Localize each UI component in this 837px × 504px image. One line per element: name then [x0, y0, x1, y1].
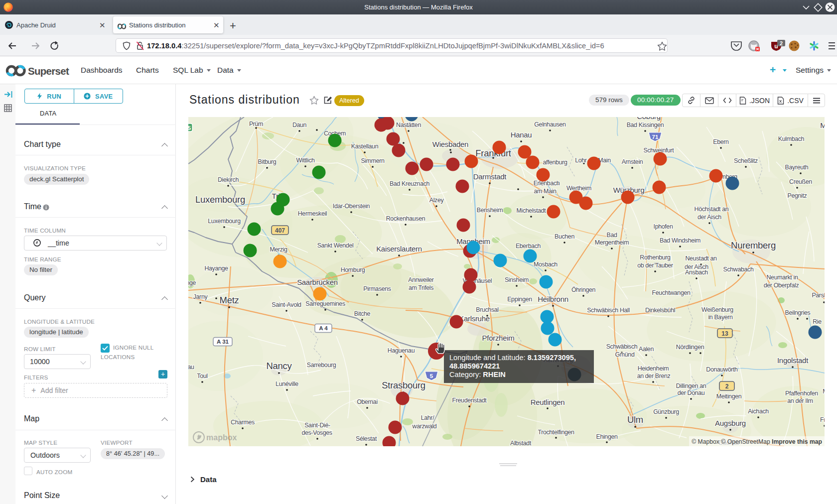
svg-text:Bad Kreuznach: Bad Kreuznach [390, 180, 430, 187]
svg-text:Nördlingen: Nördlingen [676, 344, 704, 351]
svg-text:am Trifels: am Trifels [409, 284, 433, 291]
svg-text:Kastellaun: Kastellaun [351, 143, 379, 150]
svg-text:Schwäbisch Hall: Schwäbisch Hall [587, 307, 630, 314]
svg-text:Aichach: Aichach [748, 408, 769, 415]
svg-text:Darmstadt: Darmstadt [473, 172, 507, 181]
svg-text:5: 5 [430, 373, 433, 379]
svg-text:Ingolstadt: Ingolstadt [777, 356, 809, 365]
svg-text:Metz: Metz [220, 295, 239, 305]
svg-text:Luxembourg: Luxembourg [195, 194, 245, 205]
svg-text:Bad Kissingen: Bad Kissingen [627, 122, 664, 128]
svg-text:A 31: A 31 [217, 339, 229, 345]
svg-text:Sarreguemines: Sarreguemines [305, 300, 345, 307]
svg-text:Arnstein: Arnstein [622, 158, 643, 165]
svg-text:Pirmasens: Pirmasens [363, 285, 391, 292]
svg-text:Trochtelfingen: Trochtelfingen [538, 429, 574, 436]
svg-text:Günzburg: Günzburg [653, 408, 679, 415]
svg-text:Rockenhausen: Rockenhausen [386, 215, 425, 222]
svg-text:Eppingen: Eppingen [507, 296, 532, 303]
svg-text:Bensheim: Bensheim [477, 207, 503, 214]
svg-text:der Aisch: der Aisch [698, 214, 721, 221]
svg-text:Schwäbisch: Schwäbisch [606, 343, 638, 350]
svg-text:A 4: A 4 [319, 325, 328, 331]
svg-text:Prüm: Prüm [249, 121, 263, 127]
svg-text:Bad: Bad [607, 232, 617, 239]
svg-text:Sinsheim: Sinsheim [505, 276, 529, 283]
svg-text:Erlenbach: Erlenbach [534, 180, 560, 187]
svg-text:Eberbach: Eberbach [516, 243, 541, 250]
svg-text:Schwabach: Schwabach [723, 266, 754, 273]
svg-text:Neustadt an: Neustadt an [686, 255, 717, 262]
svg-text:Freis: Freis [820, 416, 825, 423]
svg-text:Pfaffenhofen: Pfaffenhofen [785, 390, 818, 397]
svg-text:Mosbach: Mosbach [534, 261, 558, 268]
svg-text:Ebern: Ebern [713, 138, 729, 145]
svg-text:Nancy: Nancy [267, 361, 292, 371]
svg-text:Bitche: Bitche [354, 310, 371, 317]
svg-text:mapbox: mapbox [206, 433, 237, 442]
svg-text:Nastätten: Nastätten [396, 122, 421, 128]
svg-text:Wittlich: Wittlich [296, 157, 315, 164]
svg-text:Dillingen an: Dillingen an [676, 382, 706, 389]
svg-text:der Oberpfalz: der Oberpfalz [764, 282, 799, 289]
svg-text:Scheßlitz: Scheßlitz [734, 157, 758, 164]
svg-text:Heilbronn: Heilbronn [538, 295, 568, 303]
svg-text:an der Ilm: an der Ilm [787, 397, 813, 404]
svg-text:71: 71 [652, 134, 659, 140]
svg-text:Mergentheim: Mergentheim [595, 239, 629, 246]
svg-text:Freudenstadt: Freudenstadt [452, 397, 487, 404]
svg-text:au: au [188, 364, 194, 371]
svg-text:Diekirch: Diekirch [218, 176, 239, 183]
svg-text:Creußen: Creußen [789, 178, 812, 185]
svg-text:Bitburg: Bitburg [258, 158, 277, 165]
svg-text:der Donau: der Donau [678, 389, 705, 396]
svg-text:Hanau: Hanau [511, 130, 532, 139]
svg-text:Rie: Rie [813, 318, 822, 325]
svg-text:Iphofen: Iphofen [654, 223, 673, 230]
svg-text:Gmünd: Gmünd [615, 351, 635, 358]
svg-text:Alzey: Alzey [429, 197, 444, 204]
svg-text:Michelstadt: Michelstadt [517, 207, 547, 214]
svg-text:Heidenheim: Heidenheim [638, 365, 669, 372]
svg-text:Charmes: Charmes [231, 419, 255, 426]
svg-text:Idar-Oberstein: Idar-Oberstein [333, 203, 370, 210]
svg-text:Obernai: Obernai [357, 398, 378, 405]
svg-text:Hayange: Hayange [204, 265, 228, 272]
svg-text:Ehingen: Ehingen [596, 433, 617, 440]
svg-text:Gelnhausen: Gelnhausen [534, 121, 566, 128]
svg-text:Aalen: Aalen [639, 346, 654, 353]
svg-text:Luxembourg: Luxembourg [208, 218, 241, 225]
svg-text:Rothenburg: Rothenburg [640, 254, 671, 261]
svg-text:Karlsruhe: Karlsruhe [459, 314, 490, 323]
svg-text:Simmern: Simmern [361, 157, 385, 164]
svg-text:Donauwörth: Donauwörth [706, 366, 738, 373]
svg-text:Main: Main [823, 388, 825, 395]
svg-text:Annweiler: Annweiler [408, 276, 433, 283]
svg-text:Saint-Dié-: Saint-Dié- [304, 422, 330, 429]
svg-text:Öhringen: Öhringen [571, 286, 596, 293]
svg-text:Dinkelsbühl: Dinkelsbühl [645, 307, 675, 314]
svg-text:Kulmbach: Kulmbach [778, 135, 805, 142]
svg-text:13: 13 [721, 330, 728, 337]
svg-text:des-Vosges: des-Vosges [301, 429, 332, 436]
svg-text:Kaiserslautern: Kaiserslautern [376, 245, 422, 253]
svg-text:Daun: Daun [292, 122, 307, 128]
svg-text:2: 2 [780, 40, 783, 46]
svg-text:Lahr/: Lahr/ [421, 414, 434, 421]
svg-text:Sarrebourg: Sarrebourg [307, 362, 336, 369]
svg-text:Reutlingen: Reutlingen [531, 398, 565, 406]
svg-text:in Bayern: in Bayern [708, 314, 733, 321]
svg-text:Nuremberg: Nuremberg [731, 240, 776, 251]
svg-text:Albstadt: Albstadt [510, 440, 532, 446]
svg-text:affenburg: affenburg [543, 159, 567, 166]
svg-text:Saarbrücken: Saarbrücken [297, 278, 338, 286]
svg-text:Haguenau: Haguenau [388, 347, 415, 354]
svg-text:Feuchtwangen: Feuchtwangen [652, 289, 691, 296]
svg-text:Bad Windsheim: Bad Windsheim [660, 237, 700, 244]
svg-text:Bruchsal: Bruchsal [476, 306, 498, 313]
svg-text:Buchen: Buchen [555, 233, 574, 240]
svg-text:ange: ange [188, 279, 196, 286]
svg-text:Jarny: Jarny [193, 293, 208, 300]
svg-text:Augsburg: Augsburg [715, 419, 746, 427]
svg-text:Ulm: Ulm [627, 414, 643, 425]
